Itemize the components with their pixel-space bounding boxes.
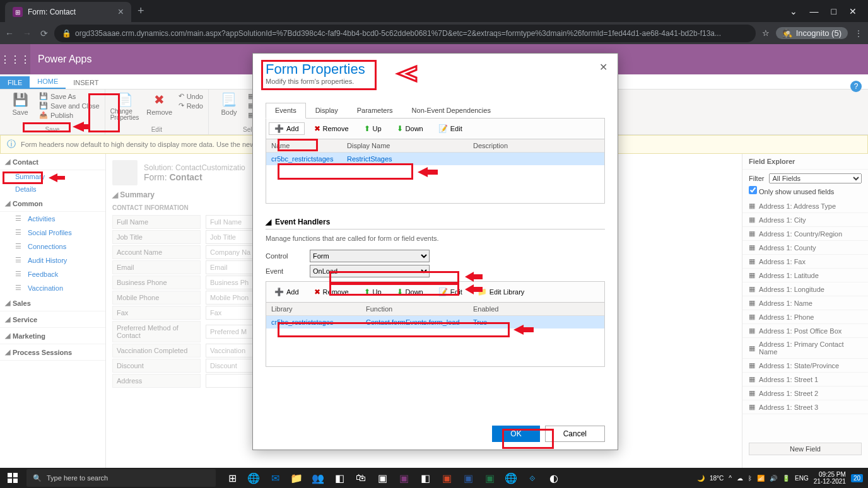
field-explorer-item[interactable]: ▦Address 1: Longitude xyxy=(742,282,868,296)
nav-service[interactable]: ◢Service xyxy=(0,311,105,328)
word-icon[interactable]: ▣ xyxy=(458,468,478,488)
library-row[interactable]: cr5bc_restrictstages RestrictStages xyxy=(266,153,604,165)
tray-chevron-icon[interactable]: ^ xyxy=(729,475,732,482)
wifi-icon[interactable]: 📶 xyxy=(757,475,765,482)
edge-icon[interactable]: 🌐 xyxy=(243,468,264,488)
app-icon[interactable]: ◧ xyxy=(415,468,435,488)
field-explorer-item[interactable]: ▦Address 1: Country/Region xyxy=(742,227,868,241)
nav-sales[interactable]: ◢Sales xyxy=(0,295,105,311)
down-handler-button[interactable]: ⬇Down xyxy=(391,286,429,298)
explorer-icon[interactable]: 📁 xyxy=(286,468,307,488)
browser-tab[interactable]: ⊞ Form: Contact × xyxy=(5,2,131,22)
nav-process[interactable]: ◢Process Sessions xyxy=(0,344,105,361)
maximize-icon[interactable]: □ xyxy=(831,6,836,16)
unused-checkbox[interactable]: Only show unused fields xyxy=(749,186,862,195)
field-explorer-item[interactable]: ▦Address 1: Latitude xyxy=(742,269,868,282)
field-explorer-item[interactable]: ▦Address 1: Fax xyxy=(742,255,868,269)
outlook-icon[interactable]: ✉ xyxy=(265,468,285,488)
language-icon[interactable]: ENG xyxy=(795,475,809,482)
event-select[interactable]: OnLoad xyxy=(310,265,430,277)
new-tab-button[interactable]: + xyxy=(131,4,151,18)
ok-button[interactable]: OK xyxy=(492,426,539,442)
tab-file[interactable]: FILE xyxy=(0,76,30,89)
app-launcher-icon[interactable]: ⋮⋮⋮ xyxy=(0,44,30,74)
edit-library-handler-button[interactable]: 📁Edit Library xyxy=(472,286,531,298)
url-input[interactable]: 🔒 orgd335aaae.crm.dynamics.com/main.aspx… xyxy=(54,25,756,42)
field-explorer-item[interactable]: ▦Address 1: Primary Contact Name xyxy=(742,338,868,359)
edit-handler-button[interactable]: 📝Edit xyxy=(433,286,468,298)
cancel-button[interactable]: Cancel xyxy=(545,426,605,442)
nav-connections[interactable]: ☰Connections xyxy=(0,240,105,253)
nav-feedback[interactable]: ☰Feedback xyxy=(0,267,105,281)
app-icon[interactable]: ◐ xyxy=(544,468,564,488)
save-as-button[interactable]: 💾Save As xyxy=(39,92,76,100)
filter-select[interactable]: All Fields xyxy=(769,173,862,183)
minimize-icon[interactable]: — xyxy=(810,6,819,16)
chevron-down-icon[interactable]: ⌄ xyxy=(790,6,797,16)
app-icon[interactable]: ◧ xyxy=(329,468,349,488)
field-explorer-item[interactable]: ▦Address 1: Address Type xyxy=(742,199,868,213)
up-handler-button[interactable]: ⬆Up xyxy=(358,286,387,298)
save-button[interactable]: 💾 Save xyxy=(5,92,35,119)
help-icon[interactable]: ? xyxy=(850,81,862,92)
bookmark-icon[interactable]: ☆ xyxy=(762,28,770,38)
weather-icon[interactable]: 🌙 xyxy=(697,475,705,482)
up-library-button[interactable]: ⬆Up xyxy=(358,122,387,135)
body-button[interactable]: 📃 Body xyxy=(214,92,244,119)
taskview-icon[interactable]: ⊞ xyxy=(222,468,242,488)
store-icon[interactable]: 🛍 xyxy=(351,468,371,488)
nav-audit[interactable]: ☰Audit History xyxy=(0,253,105,267)
remove-library-button[interactable]: ✖Remove xyxy=(308,122,355,135)
publish-button[interactable]: 📤Publish xyxy=(39,111,73,119)
chrome-icon[interactable]: 🌐 xyxy=(501,468,521,488)
nav-common[interactable]: ◢Common xyxy=(0,195,105,212)
nav-marketing[interactable]: ◢Marketing xyxy=(0,328,105,344)
excel-icon[interactable]: ▣ xyxy=(479,468,500,488)
nav-social[interactable]: ☰Social Profiles xyxy=(0,226,105,240)
new-field-button[interactable]: New Field xyxy=(749,443,862,455)
battery-icon[interactable]: 🔋 xyxy=(782,475,790,482)
remove-handler-button[interactable]: ✖Remove xyxy=(308,286,355,298)
reload-icon[interactable]: ⟳ xyxy=(40,28,48,38)
redo-button[interactable]: ↷Redo xyxy=(179,102,203,110)
change-properties-button[interactable]: 📄 Change Properties xyxy=(110,92,141,121)
volume-icon[interactable]: 🔊 xyxy=(770,475,777,482)
down-library-button[interactable]: ⬇Down xyxy=(391,122,429,135)
app-icon[interactable]: ▣ xyxy=(372,468,392,488)
dialog-close-icon[interactable]: ✕ xyxy=(599,61,607,73)
handler-row[interactable]: cr5bc_restrictstages Contact.formEvents.… xyxy=(266,316,604,328)
field-explorer-item[interactable]: ▦Address 1: Street 2 xyxy=(742,386,868,400)
nav-activities[interactable]: ☰Activities xyxy=(0,212,105,226)
field-explorer-item[interactable]: ▦Address 1: City xyxy=(742,213,868,227)
tab-home[interactable]: HOME xyxy=(30,75,66,89)
bluetooth-icon[interactable]: ᛒ xyxy=(748,475,752,482)
tab-insert[interactable]: INSERT xyxy=(66,76,106,89)
field-explorer-item[interactable]: ▦Address 1: County xyxy=(742,241,868,255)
dtab-parameters[interactable]: Parameters xyxy=(348,103,402,118)
powerpoint-icon[interactable]: ▣ xyxy=(437,468,457,488)
nav-contact[interactable]: ◢Contact xyxy=(0,154,105,170)
nav-summary[interactable]: Summary xyxy=(0,170,105,183)
vscode-icon[interactable]: ⟐ xyxy=(522,468,542,488)
nav-vaccination[interactable]: ☰Vaccination xyxy=(0,281,105,295)
undo-button[interactable]: ↶Undo xyxy=(179,92,203,100)
menu-icon[interactable]: ⋮ xyxy=(854,28,863,38)
dtab-events[interactable]: Events xyxy=(266,103,306,119)
close-window-icon[interactable]: ✕ xyxy=(849,6,857,16)
control-select[interactable]: Form xyxy=(310,250,430,262)
dtab-nonevent[interactable]: Non-Event Dependencies xyxy=(402,103,500,118)
field-explorer-item[interactable]: ▦Address 1: Name xyxy=(742,296,868,310)
field-explorer-item[interactable]: ▦Address 1: Street 3 xyxy=(742,400,868,414)
back-icon[interactable]: ← xyxy=(5,28,14,38)
taskbar-clock[interactable]: 09:25 PM 21-12-2021 xyxy=(814,471,846,485)
field-explorer-item[interactable]: ▦Address 1: Post Office Box xyxy=(742,324,868,338)
nav-details[interactable]: Details xyxy=(0,183,105,195)
add-handler-button[interactable]: ➕Add xyxy=(269,286,305,298)
forward-icon[interactable]: → xyxy=(23,28,32,38)
start-button[interactable] xyxy=(0,473,25,483)
field-explorer-item[interactable]: ▦Address 1: Street 1 xyxy=(742,373,868,386)
incognito-badge[interactable]: 🕵 Incognito (5) xyxy=(776,27,848,39)
field-explorer-item[interactable]: ▦Address 1: State/Province xyxy=(742,359,868,373)
save-close-button[interactable]: 💾Save and Close xyxy=(39,102,100,110)
taskbar-search[interactable]: 🔍 Type here to search xyxy=(26,469,216,487)
